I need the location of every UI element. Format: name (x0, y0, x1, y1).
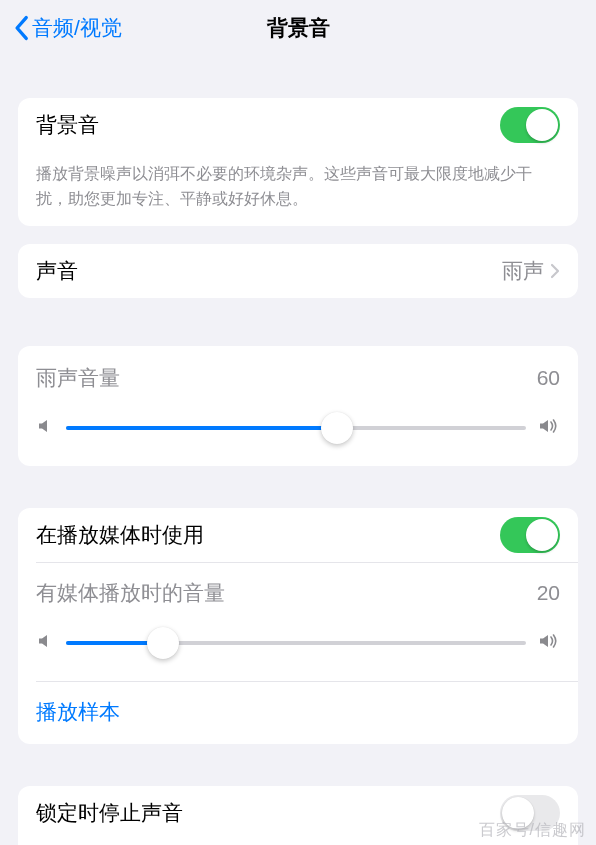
stop-on-lock-label: 锁定时停止声音 (36, 799, 183, 827)
speaker-high-icon (538, 417, 560, 439)
play-sample-row[interactable]: 播放样本 (18, 682, 578, 744)
toggle-knob (526, 519, 558, 551)
chevron-left-icon (12, 15, 30, 41)
speaker-low-icon (36, 632, 54, 654)
rain-volume-value: 60 (537, 366, 560, 390)
media-volume-slider[interactable] (66, 625, 526, 661)
background-sound-group: 背景音 播放背景噪声以消弭不必要的环境杂声。这些声音可最大限度地减少干扰，助您更… (18, 98, 578, 226)
back-button[interactable]: 音频/视觉 (12, 14, 122, 42)
nav-header: 音频/视觉 背景音 (0, 0, 596, 54)
use-with-media-label: 在播放媒体时使用 (36, 521, 204, 549)
back-label: 音频/视觉 (32, 14, 122, 42)
background-sound-label: 背景音 (36, 111, 99, 139)
sound-group: 声音 雨声 (18, 244, 578, 298)
use-with-media-toggle[interactable] (500, 517, 560, 553)
sound-value: 雨声 (502, 257, 544, 285)
speaker-high-icon (538, 632, 560, 654)
watermark: 百家号/信趣网 (479, 820, 586, 841)
media-volume-value: 20 (537, 581, 560, 605)
rain-volume-slider[interactable] (66, 410, 526, 446)
slider-fill (66, 426, 337, 430)
background-sound-toggle[interactable] (500, 107, 560, 143)
use-with-media-row: 在播放媒体时使用 (18, 508, 578, 562)
play-sample-link[interactable]: 播放样本 (36, 700, 120, 723)
sound-label: 声音 (36, 257, 78, 285)
rain-volume-label: 雨声音量 (36, 364, 120, 392)
background-sound-row: 背景音 (18, 98, 578, 152)
media-volume-label: 有媒体播放时的音量 (36, 579, 225, 607)
sound-row[interactable]: 声音 雨声 (18, 244, 578, 298)
rain-volume-group: 雨声音量 60 (18, 346, 578, 466)
speaker-low-icon (36, 417, 54, 439)
toggle-knob (526, 109, 558, 141)
slider-thumb[interactable] (321, 412, 353, 444)
chevron-right-icon (550, 263, 560, 279)
media-group: 在播放媒体时使用 有媒体播放时的音量 20 (18, 508, 578, 744)
slider-thumb[interactable] (147, 627, 179, 659)
background-sound-description: 播放背景噪声以消弭不必要的环境杂声。这些声音可最大限度地减少干扰，助您更加专注、… (18, 152, 578, 226)
page-title: 背景音 (267, 14, 330, 42)
